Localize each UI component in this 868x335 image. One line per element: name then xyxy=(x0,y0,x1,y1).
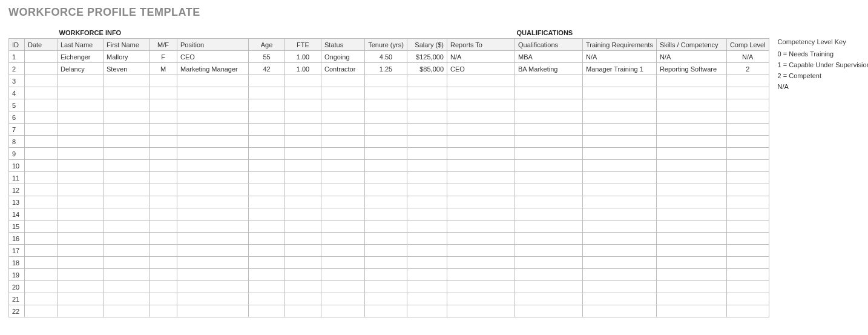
cell-id[interactable]: 8 xyxy=(9,136,25,148)
cell-age[interactable] xyxy=(249,245,285,257)
cell-last[interactable]: Delancy xyxy=(58,63,104,75)
cell-qual[interactable] xyxy=(515,293,583,305)
cell-date[interactable] xyxy=(25,208,58,221)
cell-tenure[interactable]: 4.50 xyxy=(365,51,407,63)
cell-fte[interactable] xyxy=(285,269,321,281)
cell-age[interactable] xyxy=(249,160,285,172)
cell-tenure[interactable] xyxy=(365,281,407,293)
cell-mf[interactable] xyxy=(150,184,177,196)
cell-status[interactable] xyxy=(321,99,365,111)
cell-status[interactable] xyxy=(321,124,365,136)
cell-status[interactable] xyxy=(321,148,365,160)
cell-train[interactable] xyxy=(583,257,657,269)
cell-id[interactable]: 12 xyxy=(9,184,25,196)
cell-id[interactable]: 11 xyxy=(9,172,25,184)
cell-mf[interactable] xyxy=(150,221,177,233)
cell-last[interactable] xyxy=(58,245,104,257)
cell-mf[interactable] xyxy=(150,245,177,257)
cell-position[interactable] xyxy=(177,87,249,99)
cell-train[interactable]: N/A xyxy=(583,51,657,63)
cell-age[interactable] xyxy=(249,208,285,221)
cell-fte[interactable] xyxy=(285,148,321,160)
cell-tenure[interactable] xyxy=(365,75,407,87)
cell-train[interactable] xyxy=(583,111,657,124)
cell-comp[interactable] xyxy=(726,160,769,172)
cell-last[interactable] xyxy=(58,75,104,87)
cell-fte[interactable] xyxy=(285,305,321,317)
cell-status[interactable] xyxy=(321,305,365,317)
cell-comp[interactable] xyxy=(726,208,769,221)
cell-qual[interactable] xyxy=(515,124,583,136)
cell-salary[interactable] xyxy=(407,221,447,233)
cell-date[interactable] xyxy=(25,111,58,124)
cell-status[interactable] xyxy=(321,269,365,281)
cell-age[interactable] xyxy=(249,233,285,245)
cell-qual[interactable] xyxy=(515,136,583,148)
cell-reports[interactable] xyxy=(447,160,515,172)
cell-skill[interactable] xyxy=(656,99,726,111)
cell-comp[interactable] xyxy=(726,111,769,124)
cell-age[interactable] xyxy=(249,75,285,87)
cell-id[interactable]: 1 xyxy=(9,51,25,63)
cell-reports[interactable]: N/A xyxy=(447,51,515,63)
cell-mf[interactable] xyxy=(150,233,177,245)
cell-skill[interactable] xyxy=(656,257,726,269)
cell-date[interactable] xyxy=(25,245,58,257)
cell-position[interactable]: Marketing Manager xyxy=(177,63,249,75)
cell-skill[interactable] xyxy=(656,293,726,305)
cell-age[interactable] xyxy=(249,305,285,317)
cell-status[interactable] xyxy=(321,257,365,269)
cell-position[interactable] xyxy=(177,124,249,136)
cell-position[interactable] xyxy=(177,99,249,111)
cell-train[interactable] xyxy=(583,293,657,305)
cell-status[interactable] xyxy=(321,184,365,196)
cell-salary[interactable]: $125,000 xyxy=(407,51,447,63)
cell-first[interactable] xyxy=(104,305,150,317)
cell-mf[interactable]: F xyxy=(150,51,177,63)
cell-first[interactable] xyxy=(104,257,150,269)
cell-qual[interactable] xyxy=(515,269,583,281)
cell-status[interactable] xyxy=(321,87,365,99)
cell-qual[interactable]: MBA xyxy=(515,51,583,63)
cell-mf[interactable] xyxy=(150,172,177,184)
cell-date[interactable] xyxy=(25,269,58,281)
cell-date[interactable] xyxy=(25,293,58,305)
cell-salary[interactable] xyxy=(407,305,447,317)
cell-mf[interactable] xyxy=(150,305,177,317)
cell-date[interactable] xyxy=(25,160,58,172)
cell-mf[interactable] xyxy=(150,136,177,148)
cell-date[interactable] xyxy=(25,257,58,269)
cell-id[interactable]: 6 xyxy=(9,111,25,124)
cell-fte[interactable] xyxy=(285,87,321,99)
cell-skill[interactable] xyxy=(656,245,726,257)
cell-fte[interactable] xyxy=(285,281,321,293)
cell-reports[interactable] xyxy=(447,293,515,305)
cell-position[interactable] xyxy=(177,172,249,184)
cell-status[interactable] xyxy=(321,293,365,305)
cell-first[interactable] xyxy=(104,148,150,160)
cell-position[interactable] xyxy=(177,111,249,124)
cell-date[interactable] xyxy=(25,233,58,245)
cell-position[interactable] xyxy=(177,233,249,245)
cell-date[interactable] xyxy=(25,148,58,160)
cell-skill[interactable] xyxy=(656,281,726,293)
cell-last[interactable] xyxy=(58,196,104,208)
cell-fte[interactable] xyxy=(285,124,321,136)
cell-date[interactable] xyxy=(25,136,58,148)
cell-comp[interactable]: 2 xyxy=(726,63,769,75)
cell-status[interactable] xyxy=(321,160,365,172)
cell-first[interactable] xyxy=(104,293,150,305)
cell-status[interactable] xyxy=(321,221,365,233)
cell-skill[interactable] xyxy=(656,196,726,208)
cell-train[interactable] xyxy=(583,233,657,245)
cell-qual[interactable]: BA Marketing xyxy=(515,63,583,75)
cell-reports[interactable]: CEO xyxy=(447,63,515,75)
cell-mf[interactable] xyxy=(150,281,177,293)
cell-age[interactable] xyxy=(249,136,285,148)
cell-status[interactable] xyxy=(321,233,365,245)
cell-reports[interactable] xyxy=(447,99,515,111)
cell-mf[interactable] xyxy=(150,99,177,111)
cell-comp[interactable] xyxy=(726,136,769,148)
cell-salary[interactable] xyxy=(407,269,447,281)
cell-skill[interactable] xyxy=(656,172,726,184)
